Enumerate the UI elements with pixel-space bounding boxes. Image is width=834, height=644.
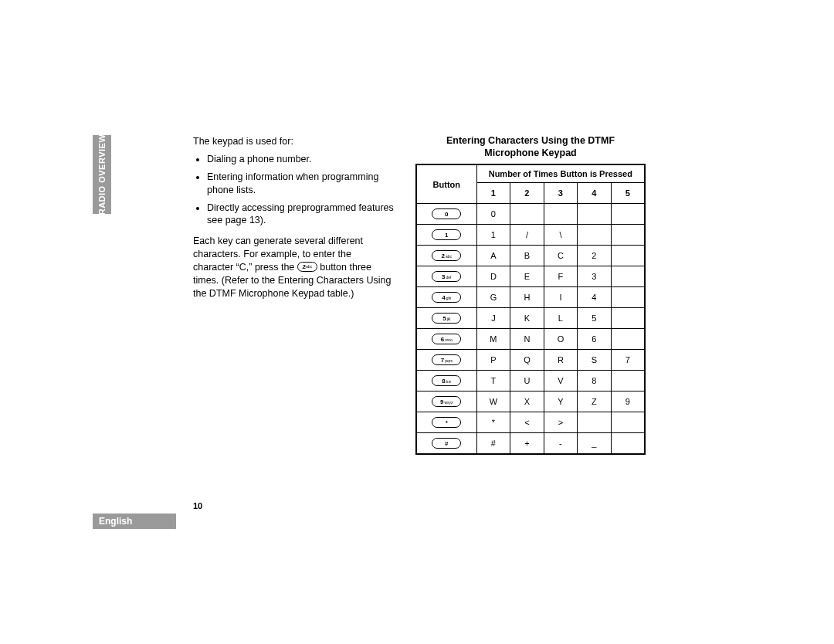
usage-list: Dialing a phone number. Entering informa… bbox=[193, 153, 394, 227]
button-cell: 6mno bbox=[416, 329, 476, 350]
table-row: 4ghiGHI4 bbox=[416, 287, 645, 308]
page-number: 10 bbox=[193, 501, 202, 510]
col-header: 1 bbox=[476, 183, 510, 204]
keycap-icon: 5jkl bbox=[432, 313, 461, 324]
value-cell: \ bbox=[544, 225, 577, 246]
col-header-button: Button bbox=[416, 164, 476, 204]
value-cell: # bbox=[476, 433, 510, 455]
keycap-icon: 1 bbox=[432, 229, 461, 240]
keycap-icon: 3def bbox=[432, 271, 461, 282]
value-cell: N bbox=[510, 329, 544, 350]
value-cell: U bbox=[510, 371, 544, 391]
table-row: 00 bbox=[416, 204, 645, 225]
table-row: 6mnoMNO6 bbox=[416, 329, 645, 350]
table-row: 8tuvTUV8 bbox=[416, 371, 645, 391]
table-row: ##+-_ bbox=[416, 433, 645, 455]
button-cell: 5jkl bbox=[416, 308, 476, 329]
value-cell bbox=[578, 412, 611, 433]
value-cell: K bbox=[510, 308, 544, 329]
value-cell: + bbox=[510, 433, 544, 455]
value-cell: 0 bbox=[476, 204, 510, 225]
value-cell bbox=[611, 412, 645, 433]
value-cell: / bbox=[510, 225, 544, 246]
value-cell: L bbox=[544, 308, 577, 329]
button-cell: 1 bbox=[416, 225, 476, 246]
value-cell: O bbox=[544, 329, 577, 350]
keycap-icon: 7pqrs bbox=[432, 354, 461, 365]
value-cell bbox=[578, 204, 611, 225]
value-cell: V bbox=[544, 371, 577, 391]
value-cell: H bbox=[510, 287, 544, 308]
value-cell: - bbox=[544, 433, 577, 455]
col-header: 2 bbox=[510, 183, 544, 204]
value-cell: Z bbox=[578, 391, 611, 412]
button-cell: 4ghi bbox=[416, 287, 476, 308]
value-cell: 2 bbox=[578, 246, 611, 266]
value-cell: J bbox=[476, 308, 510, 329]
value-cell: 5 bbox=[578, 308, 611, 329]
value-cell: 6 bbox=[578, 329, 611, 350]
value-cell: Q bbox=[510, 350, 544, 371]
button-cell: 7pqrs bbox=[416, 350, 476, 371]
right-column: Entering Characters Using the DTMF Micro… bbox=[415, 135, 646, 455]
value-cell: 8 bbox=[578, 371, 611, 391]
explanation-paragraph: Each key can generate several different … bbox=[193, 235, 394, 300]
value-cell: < bbox=[510, 412, 544, 433]
keypad-table: Button Number of Times Button is Pressed… bbox=[415, 164, 646, 455]
value-cell: * bbox=[476, 412, 510, 433]
keycap-icon: 2abc bbox=[432, 250, 461, 261]
value-cell bbox=[544, 204, 577, 225]
value-cell: A bbox=[476, 246, 510, 266]
col-header: 5 bbox=[611, 183, 645, 204]
title-line: Entering Characters Using the DTMF bbox=[446, 135, 615, 146]
table-row: 11/\ bbox=[416, 225, 645, 246]
value-cell bbox=[611, 204, 645, 225]
value-cell: S bbox=[578, 350, 611, 371]
button-cell: 3def bbox=[416, 266, 476, 287]
keycap-icon: 6mno bbox=[432, 334, 461, 344]
table-row: 5jklJKL5 bbox=[416, 308, 645, 329]
intro-text: The keypad is used for: bbox=[193, 135, 394, 148]
value-cell: _ bbox=[578, 433, 611, 455]
value-cell bbox=[611, 308, 645, 329]
value-cell: C bbox=[544, 246, 577, 266]
value-cell bbox=[611, 225, 645, 246]
table-title: Entering Characters Using the DTMF Micro… bbox=[415, 135, 646, 159]
section-tab: RADIO OVERVIEW bbox=[93, 135, 111, 214]
left-column: The keypad is used for: Dialing a phone … bbox=[193, 135, 394, 305]
title-line: Microphone Keypad bbox=[484, 147, 576, 158]
button-cell: # bbox=[416, 433, 476, 455]
value-cell: Y bbox=[544, 391, 577, 412]
keycap-icon: 0 bbox=[432, 208, 461, 219]
value-cell: 1 bbox=[476, 225, 510, 246]
manual-page: RADIO OVERVIEW The keypad is used for: D… bbox=[93, 135, 649, 514]
value-cell bbox=[611, 246, 645, 266]
value-cell: F bbox=[544, 266, 577, 287]
value-cell: 4 bbox=[578, 287, 611, 308]
list-item: Directly accessing preprogrammed feature… bbox=[207, 202, 394, 228]
button-cell: * bbox=[416, 412, 476, 433]
list-item: Dialing a phone number. bbox=[207, 153, 394, 166]
keycap-icon: * bbox=[432, 417, 461, 428]
key-2abc-icon: 2abc bbox=[297, 262, 317, 272]
value-cell: B bbox=[510, 246, 544, 266]
value-cell: 9 bbox=[611, 391, 645, 412]
value-cell bbox=[611, 266, 645, 287]
table-row: 9wxyzWXYZ9 bbox=[416, 391, 645, 412]
value-cell bbox=[611, 287, 645, 308]
keycap-icon: 4ghi bbox=[432, 292, 461, 303]
table-row: 3defDEF3 bbox=[416, 266, 645, 287]
keycap-icon: 8tuv bbox=[432, 375, 461, 386]
button-cell: 8tuv bbox=[416, 371, 476, 391]
section-tab-label: RADIO OVERVIEW bbox=[97, 134, 107, 215]
language-label: English bbox=[99, 516, 132, 527]
button-cell: 0 bbox=[416, 204, 476, 225]
list-item: Entering information when programming ph… bbox=[207, 171, 394, 197]
value-cell: E bbox=[510, 266, 544, 287]
value-cell bbox=[578, 225, 611, 246]
value-cell: X bbox=[510, 391, 544, 412]
language-tab: English bbox=[93, 514, 176, 529]
keycap-icon: 9wxyz bbox=[432, 396, 461, 407]
value-cell bbox=[611, 329, 645, 350]
table-row: 7pqrsPQRS7 bbox=[416, 350, 645, 371]
